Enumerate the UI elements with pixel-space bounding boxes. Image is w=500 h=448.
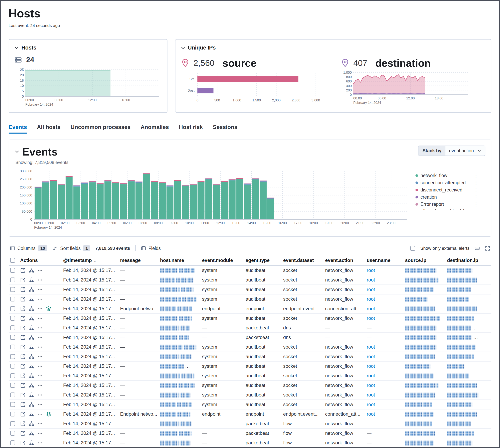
external-alerts-checkbox[interactable] xyxy=(410,246,415,251)
user-link[interactable]: root xyxy=(367,411,375,417)
col-header-timestamp[interactable]: @timestamp↓ xyxy=(63,257,120,263)
row-checkbox[interactable] xyxy=(10,268,15,273)
row-checkbox[interactable] xyxy=(10,335,15,340)
legend-menu-icon[interactable]: ⋮ xyxy=(473,187,479,193)
row-checkbox[interactable] xyxy=(10,412,15,416)
analyze-event-icon[interactable] xyxy=(29,440,34,446)
row-menu-icon[interactable] xyxy=(37,316,43,321)
col-header-host-name[interactable]: host.name xyxy=(160,257,202,263)
row-checkbox[interactable] xyxy=(10,402,15,407)
row-menu-icon[interactable] xyxy=(37,354,43,359)
expand-event-icon[interactable] xyxy=(20,402,26,407)
expand-event-icon[interactable] xyxy=(20,296,26,302)
row-menu-icon[interactable] xyxy=(37,296,43,302)
row-checkbox[interactable] xyxy=(10,306,15,311)
tab-events[interactable]: Events xyxy=(9,124,27,134)
analyze-event-icon[interactable] xyxy=(29,412,34,417)
expand-event-icon[interactable] xyxy=(20,344,26,350)
chevron-down-icon[interactable] xyxy=(15,149,19,154)
row-checkbox[interactable] xyxy=(10,373,15,378)
user-link[interactable]: root xyxy=(367,363,375,369)
legend-item[interactable]: disconnect_received⋮ xyxy=(415,186,479,193)
row-menu-icon[interactable] xyxy=(37,364,43,369)
col-header-event-dataset[interactable]: event.dataset xyxy=(283,257,325,263)
analyze-event-icon[interactable] xyxy=(29,431,34,436)
col-header-destination-ip[interactable]: destination.ip xyxy=(447,257,491,263)
row-menu-icon[interactable] xyxy=(37,268,43,273)
legend-item[interactable]: network_flow⋮ xyxy=(415,172,479,179)
expand-event-icon[interactable] xyxy=(20,421,26,426)
user-link[interactable]: root xyxy=(367,296,375,302)
user-link[interactable]: root xyxy=(367,277,375,283)
legend-menu-icon[interactable]: ⋮ xyxy=(473,194,479,200)
expand-event-icon[interactable] xyxy=(20,306,26,311)
row-menu-icon[interactable] xyxy=(37,277,43,283)
keyboard-icon[interactable] xyxy=(475,246,480,251)
legend-menu-icon[interactable]: ⋮ xyxy=(473,173,479,179)
analyze-event-icon[interactable] xyxy=(29,364,34,369)
analyze-event-icon[interactable] xyxy=(29,354,34,359)
row-menu-icon[interactable] xyxy=(37,306,43,311)
expand-event-icon[interactable] xyxy=(20,373,26,379)
analyze-event-icon[interactable] xyxy=(29,421,34,426)
tab-uncommon-processes[interactable]: Uncommon processes xyxy=(70,124,131,134)
analyze-event-icon[interactable] xyxy=(29,335,34,340)
row-menu-icon[interactable] xyxy=(37,383,43,388)
fullscreen-icon[interactable] xyxy=(485,246,490,251)
select-all-checkbox[interactable] xyxy=(10,258,15,263)
row-menu-icon[interactable] xyxy=(37,392,43,398)
analyze-event-icon[interactable] xyxy=(29,373,34,379)
fields-button[interactable]: Fields xyxy=(141,246,161,251)
row-checkbox[interactable] xyxy=(10,277,15,282)
row-checkbox[interactable] xyxy=(10,364,15,368)
expand-event-icon[interactable] xyxy=(20,440,26,446)
row-menu-icon[interactable] xyxy=(37,344,43,350)
row-checkbox[interactable] xyxy=(10,297,15,302)
chevron-down-icon[interactable] xyxy=(14,46,19,50)
row-checkbox[interactable] xyxy=(10,354,15,359)
col-header-user-name[interactable]: user.name xyxy=(367,257,405,263)
user-link[interactable]: root xyxy=(367,402,375,407)
col-header-source-ip[interactable]: source.ip xyxy=(405,257,447,263)
expand-event-icon[interactable] xyxy=(20,277,26,283)
analyze-event-icon[interactable] xyxy=(29,306,34,311)
user-link[interactable]: root xyxy=(367,383,375,388)
row-menu-icon[interactable] xyxy=(37,373,43,379)
row-menu-icon[interactable] xyxy=(37,335,43,340)
row-checkbox[interactable] xyxy=(10,421,15,426)
expand-event-icon[interactable] xyxy=(20,325,26,331)
tab-sessions[interactable]: Sessions xyxy=(213,124,237,134)
tab-anomalies[interactable]: Anomalies xyxy=(140,124,169,134)
user-link[interactable]: root xyxy=(367,354,375,359)
row-menu-icon[interactable] xyxy=(37,287,43,292)
analyze-event-icon[interactable] xyxy=(29,268,34,273)
user-link[interactable]: root xyxy=(367,392,375,398)
endpoint-alert-icon[interactable] xyxy=(46,412,51,417)
tab-all-hosts[interactable]: All hosts xyxy=(37,124,61,134)
endpoint-alert-icon[interactable] xyxy=(46,306,51,311)
legend-menu-icon[interactable]: ⋮ xyxy=(473,180,479,186)
expand-event-icon[interactable] xyxy=(20,383,26,388)
analyze-event-icon[interactable] xyxy=(29,277,34,283)
legend-item[interactable]: File Delete archived (⋮ xyxy=(415,208,479,210)
row-menu-icon[interactable] xyxy=(37,325,43,331)
row-menu-icon[interactable] xyxy=(37,431,43,436)
expand-event-icon[interactable] xyxy=(20,287,26,292)
expand-event-icon[interactable] xyxy=(20,268,26,273)
row-checkbox[interactable] xyxy=(10,393,15,397)
row-checkbox[interactable] xyxy=(10,440,15,445)
analyze-event-icon[interactable] xyxy=(29,392,34,398)
col-header-event-action[interactable]: event.action xyxy=(325,257,367,263)
legend-item[interactable]: Error report⋮ xyxy=(415,201,479,208)
legend-menu-icon[interactable]: ⋮ xyxy=(473,208,479,210)
columns-button[interactable]: Columns 10 xyxy=(10,245,47,251)
user-link[interactable]: root xyxy=(367,315,375,321)
analyze-event-icon[interactable] xyxy=(29,296,34,302)
stack-by-select[interactable]: Stack by event.action xyxy=(418,145,485,156)
row-menu-icon[interactable] xyxy=(37,421,43,426)
expand-event-icon[interactable] xyxy=(20,335,26,340)
legend-item[interactable]: creation⋮ xyxy=(415,193,479,201)
col-header-message[interactable]: message xyxy=(120,257,160,263)
user-link[interactable]: root xyxy=(367,306,375,311)
row-menu-icon[interactable] xyxy=(37,440,43,446)
